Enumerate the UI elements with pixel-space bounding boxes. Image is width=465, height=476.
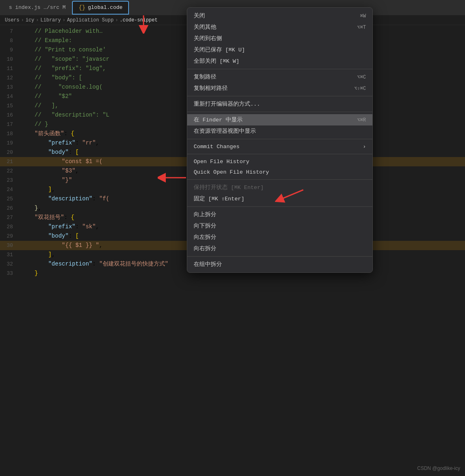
menu-item-copy-relative-path[interactable]: 复制相对路径 ⌥⇧⌘C [187,83,372,94]
menu-item-close-all[interactable]: 全部关闭 [⌘K W] [187,55,372,67]
menu-item-close-others[interactable]: 关闭其他 ⌥⌘T [187,21,372,33]
chevron-right-icon: › [363,144,366,150]
menu-item-quick-open-file-history[interactable]: Quick Open File History [187,167,372,177]
menu-item-show-explorer-label: 在资源管理器视图中显示 [194,128,366,135]
tab-global-label: global.code [88,4,123,11]
menu-item-split-up[interactable]: 向上拆分 [187,209,372,220]
watermark: CSDN @godlike-icy [417,465,460,471]
menu-item-copy-relative-path-shortcut: ⌥⇧⌘C [354,85,366,91]
menu-item-split-in-group[interactable]: 在组中拆分 [187,259,372,270]
separator-2 [187,96,372,96]
breadcrumb-part-4[interactable]: Application Supp [67,17,114,23]
arrow-down-left-indicator [275,188,307,204]
svg-line-2 [279,190,303,200]
menu-item-close-others-shortcut: ⌥⌘T [357,24,366,30]
menu-item-split-in-group-label: 在组中拆分 [194,261,366,268]
menu-item-close-saved[interactable]: 关闭已保存 [⌘K U] [187,44,372,55]
separator-1 [187,69,372,69]
menu-item-close-shortcut: ⌘W [360,13,366,19]
menu-item-show-explorer[interactable]: 在资源管理器视图中显示 [187,125,372,137]
menu-item-split-left[interactable]: 向左拆分 [187,232,372,243]
menu-item-quick-open-file-history-label: Quick Open File History [194,169,366,175]
menu-item-close-all-label: 全部关闭 [⌘K W] [194,57,366,65]
menu-item-copy-relative-path-label: 复制相对路径 [194,85,348,92]
menu-item-close-saved-label: 关闭已保存 [⌘K U] [194,46,366,53]
menu-item-close-label: 关闭 [194,12,354,19]
separator-7 [187,206,372,207]
menu-item-split-left-label: 向左拆分 [194,234,366,241]
separator-6 [187,179,372,180]
menu-item-close-right[interactable]: 关闭到右侧 [187,33,372,44]
menu-item-commit-changes-label: Commit Changes [194,144,356,150]
separator-8 [187,256,372,257]
arrow-right-indicator [158,172,190,184]
menu-item-show-finder-shortcut: ⌥⌘R [357,117,366,123]
context-menu: 关闭 ⌘W 关闭其他 ⌥⌘T 关闭到右侧 关闭已保存 [⌘K U] 全部关闭 [… [187,7,373,273]
tab-index[interactable]: s index.js …/src M [3,1,71,15]
tab-global-icon: {} [78,4,85,11]
tab-global[interactable]: {} global.code [72,1,129,15]
arrow-down-indicator [133,15,154,34]
menu-item-show-finder[interactable]: 在 Finder 中显示 ⌥⌘R [187,114,372,125]
menu-item-open-file-history[interactable]: Open File History [187,156,372,167]
menu-item-show-finder-label: 在 Finder 中显示 [194,116,351,123]
menu-item-open-file-history-label: Open File History [194,159,366,165]
breadcrumb-part-2[interactable]: icy [25,17,34,23]
menu-item-copy-path[interactable]: 复制路径 ⌥⌘C [187,71,372,83]
menu-item-close[interactable]: 关闭 ⌘W [187,10,372,21]
menu-item-reopen[interactable]: 重新打开编辑器的方式... [187,98,372,110]
menu-item-close-right-label: 关闭到右侧 [194,35,366,42]
breadcrumb-part-1[interactable]: Users [5,17,19,23]
editor-container: s index.js …/src M {} global.code Users … [0,0,465,476]
menu-item-copy-path-label: 复制路径 [194,73,351,81]
menu-item-split-up-label: 向上拆分 [194,211,366,218]
menu-item-copy-path-shortcut: ⌥⌘C [357,74,366,80]
breadcrumb-part-3[interactable]: Library [40,17,61,23]
menu-item-commit-changes[interactable]: Commit Changes › [187,141,372,152]
menu-item-close-others-label: 关闭其他 [194,23,351,31]
menu-item-split-right[interactable]: 向右拆分 [187,243,372,254]
separator-5 [187,154,372,154]
menu-item-split-down-label: 向下拆分 [194,222,366,230]
menu-item-split-down[interactable]: 向下拆分 [187,220,372,232]
separator-3 [187,112,372,112]
tab-index-label: s index.js …/src M [9,4,66,11]
menu-item-split-right-label: 向右拆分 [194,245,366,252]
menu-item-reopen-label: 重新打开编辑器的方式... [194,100,366,108]
separator-4 [187,139,372,139]
